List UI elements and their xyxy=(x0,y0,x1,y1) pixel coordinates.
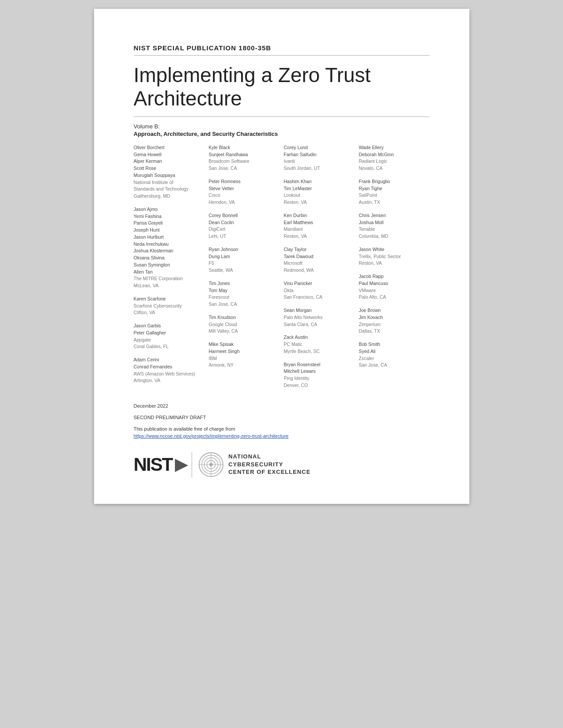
nist-logo: NIST ▶ xyxy=(134,454,192,475)
author-org: Ping Identity xyxy=(284,375,355,382)
author-org: Herndon, VA xyxy=(209,199,280,206)
author-name: Adam Cerini xyxy=(134,356,204,364)
authors-grid: Oliver BorchertGema HowellAlper KermanSc… xyxy=(134,144,430,395)
author-org: San Francisco, CA xyxy=(284,294,355,301)
author-block-0-1: Jason AjmoYemi FashinaParisa GrayeliJose… xyxy=(134,206,204,289)
nist-arrow-icon: ▶ xyxy=(175,455,187,474)
author-org: SailPoint xyxy=(359,192,430,199)
author-block-2-5: Sean MorganPalo Alto NetworksSanta Clara… xyxy=(284,307,355,328)
author-name: Parisa Grayeli xyxy=(134,220,204,227)
author-block-3-6: Bob SmithSyed AliZscalerSan Jose, CA xyxy=(359,341,430,369)
author-name: Corey Lund xyxy=(284,144,355,151)
author-org: VMware xyxy=(359,287,430,294)
author-org: Seattle, WA xyxy=(209,267,280,274)
author-name: Earl Matthews xyxy=(284,219,355,226)
author-name: Susan Symington xyxy=(134,262,204,269)
author-org: AWS (Amazon Web Services) xyxy=(134,371,204,378)
nccoe-circle-icon xyxy=(198,452,224,477)
author-org: Reston, VA xyxy=(284,233,355,240)
author-org: Standards and Technology xyxy=(134,186,204,193)
author-block-1-4: Tim JonesTom MayForescoutSan Jose, CA xyxy=(209,280,280,308)
author-name: Tim Jones xyxy=(209,280,280,287)
author-name: Karen Scarfone xyxy=(134,296,204,303)
nccoe-text: NATIONAL CYBERSECURITY CENTER OF EXCELLE… xyxy=(228,453,310,476)
author-org: National Institute of xyxy=(134,179,204,186)
author-name: Jason Hurlburt xyxy=(134,234,204,241)
author-name: Kyle Black xyxy=(209,144,280,151)
nist-wordmark: NIST xyxy=(134,454,173,475)
author-org: Zscaler xyxy=(359,355,430,362)
author-org: PC Matic xyxy=(284,341,355,348)
author-org: Radiant Logic xyxy=(359,158,430,165)
author-name: Yemi Fashina xyxy=(134,213,204,220)
author-org: Broadcom Software xyxy=(209,158,280,165)
volume-subtitle: Approach, Architecture, and Security Cha… xyxy=(134,131,430,137)
author-name: Joshua Moll xyxy=(359,219,430,226)
author-block-1-6: Mike SpisakHarmeet SinghIBMArmonk, NY xyxy=(209,341,280,369)
author-block-3-2: Chris JensenJoshua MollTenableColumbia, … xyxy=(359,212,430,240)
author-org: San Jose, CA xyxy=(209,165,280,172)
author-org: The MITRE Corporation xyxy=(134,275,204,282)
author-column-3: Wade ElleryDeborah McGinnRadiant LogicNo… xyxy=(359,144,430,395)
author-block-3-0: Wade ElleryDeborah McGinnRadiant LogicNo… xyxy=(359,144,430,172)
author-name: Joshua Klosterman xyxy=(134,248,204,255)
author-name: Jim Kovach xyxy=(359,314,430,321)
author-block-1-2: Corey BonnellDean CoclinDigiCertLehi, UT xyxy=(209,212,280,240)
author-org: San Jose, CA xyxy=(359,362,430,369)
main-title: Implementing a Zero Trust Architecture xyxy=(134,64,430,117)
author-name: Farhan Saifudin xyxy=(284,151,355,158)
author-name: Sunjeet Randhawa xyxy=(209,151,280,158)
author-org: DigiCert xyxy=(209,226,280,233)
availability-link[interactable]: https://www.nccoe.nist.gov/projects/impl… xyxy=(134,433,430,439)
author-org: Mandiant xyxy=(284,226,355,233)
author-name: Harmeet Singh xyxy=(209,348,280,355)
author-column-0: Oliver BorchertGema HowellAlper KermanSc… xyxy=(134,144,204,395)
author-block-0-3: Jason GarbisPeter GallagherAppgateCoral … xyxy=(134,323,204,350)
author-block-2-7: Bryan RosensteelMitchell LewarsPing Iden… xyxy=(284,361,355,389)
author-block-0-0: Oliver BorchertGema HowellAlper KermanSc… xyxy=(134,144,204,200)
author-org: Reston, VA xyxy=(284,199,355,206)
author-name: Joseph Hunt xyxy=(134,227,204,234)
author-name: Mike Spisak xyxy=(209,341,280,348)
author-block-2-4: Vinu PanickerOktaSan Francisco, CA xyxy=(284,280,355,301)
author-org: Mill Valley, CA xyxy=(209,328,280,335)
author-name: Conrad Fernandes xyxy=(134,364,204,371)
author-org: IBM xyxy=(209,355,280,362)
author-org: Coral Gables, FL xyxy=(134,343,204,350)
author-org: Ivanti xyxy=(284,158,355,165)
author-org: San Jose, CA xyxy=(209,301,280,308)
author-org: Cisco xyxy=(209,192,280,199)
author-org: Myrtle Beach, SC xyxy=(284,348,355,355)
author-name: Jason Ajmo xyxy=(134,206,204,213)
author-org: Novato, CA xyxy=(359,165,430,172)
author-org: Google Cloud xyxy=(209,321,280,328)
author-name: Bob Smith xyxy=(359,341,430,348)
author-name: Neda Irrechukwu xyxy=(134,241,204,248)
author-org: Trellix, Public Sector xyxy=(359,253,430,260)
logo-section: NIST ▶ NATIONAL CYBERSECURITY CENTER OF … xyxy=(134,452,430,477)
author-org: Lookout xyxy=(284,192,355,199)
author-name: Murugiah Souppaya xyxy=(134,172,204,179)
author-org: Dallas, TX xyxy=(359,328,430,335)
author-org: McLean, VA xyxy=(134,282,204,289)
author-org: Okta xyxy=(284,287,355,294)
author-block-2-0: Corey LundFarhan SaifudinIvantiSouth Jor… xyxy=(284,144,355,172)
draft-label: SECOND PRELIMINARY DRAFT xyxy=(134,415,430,420)
author-name: Ken Durbin xyxy=(284,212,355,219)
author-org: Forescout xyxy=(209,294,280,301)
author-block-3-3: Jason WhiteTrellix, Public SectorReston,… xyxy=(359,246,430,267)
author-org: Tenable xyxy=(359,226,430,233)
author-block-3-5: Joe BrownJim KovachZimperiumDallas, TX xyxy=(359,307,430,335)
date-text: December 2022 xyxy=(134,403,430,409)
author-org: Zimperium xyxy=(359,321,430,328)
author-name: Tim Knudson xyxy=(209,314,280,321)
author-org: Clifton, VA xyxy=(134,309,204,316)
author-name: Ryan Johnson xyxy=(209,246,280,253)
author-name: Steve Vetter xyxy=(209,185,280,192)
author-block-1-3: Ryan JohnsonDung LamF5Seattle, WA xyxy=(209,246,280,274)
author-name: Vinu Panicker xyxy=(284,280,355,287)
author-org: Redmond, WA xyxy=(284,267,355,274)
author-name: Ryan Tighe xyxy=(359,185,430,192)
author-org: Denver, CO xyxy=(284,382,355,389)
author-name: Frank Briguglio xyxy=(359,178,430,185)
